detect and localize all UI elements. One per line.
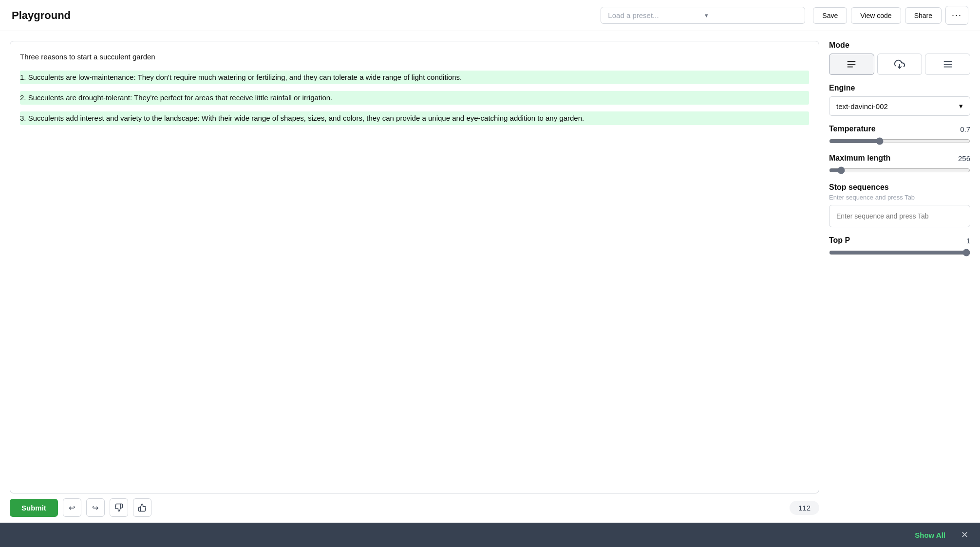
top-p-slider[interactable]	[829, 249, 970, 256]
save-button[interactable]: Save	[813, 7, 847, 24]
thumbs-up-button[interactable]	[133, 498, 151, 517]
undo-icon: ↩	[69, 503, 75, 512]
engine-label: Engine	[829, 84, 970, 92]
redo-button[interactable]: ↪	[86, 498, 105, 517]
header-actions: Save View code Share ···	[813, 6, 968, 25]
submit-button[interactable]: Submit	[10, 499, 58, 517]
stop-sequences-input[interactable]	[829, 205, 970, 227]
mode-complete-button[interactable]	[829, 54, 874, 75]
max-length-value: 256	[958, 154, 970, 163]
mode-label: Mode	[829, 41, 970, 50]
more-button[interactable]: ···	[945, 6, 968, 25]
share-button[interactable]: Share	[905, 7, 942, 24]
editor-box[interactable]: Three reasons to start a succulent garde…	[10, 41, 819, 493]
thumbs-down-button[interactable]	[110, 498, 128, 517]
bottom-bar: Show All ✕	[0, 523, 980, 547]
right-panel: Mode	[829, 41, 970, 523]
max-length-label: Maximum length	[829, 154, 890, 163]
completion-1: 1. Succulents are low-maintenance: They …	[20, 71, 809, 84]
thumbs-up-icon	[138, 503, 147, 512]
stop-sequences-hint: Enter sequence and press Tab	[829, 194, 970, 201]
max-length-slider[interactable]	[829, 166, 970, 174]
prompt-text: Three reasons to start a succulent garde…	[20, 51, 809, 63]
close-button[interactable]: ✕	[961, 529, 968, 540]
mode-section: Mode	[829, 41, 970, 75]
temperature-slider[interactable]	[829, 137, 970, 145]
top-p-value: 1	[966, 237, 970, 245]
max-length-section: Maximum length 256	[829, 154, 970, 174]
temperature-value: 0.7	[960, 125, 970, 133]
show-all-button[interactable]: Show All	[915, 531, 945, 539]
insert-mode-icon	[894, 59, 905, 70]
engine-section: Engine text-davinci-002 ▾	[829, 84, 970, 116]
complete-mode-icon	[846, 59, 857, 70]
token-count: 112	[790, 501, 819, 515]
edit-mode-icon	[942, 59, 953, 70]
engine-chevron-icon: ▾	[959, 102, 963, 110]
view-code-button[interactable]: View code	[851, 7, 901, 24]
mode-edit-button[interactable]	[925, 54, 970, 75]
completion-2: 2. Succulents are drought-tolerant: They…	[20, 91, 809, 105]
chevron-down-icon: ▾	[705, 12, 798, 19]
editor-area: Three reasons to start a succulent garde…	[10, 41, 819, 523]
preset-dropdown[interactable]: Load a preset... ▾	[601, 7, 805, 24]
undo-button[interactable]: ↩	[63, 498, 81, 517]
preset-placeholder: Load a preset...	[608, 11, 701, 19]
stop-sequences-section: Stop sequences Enter sequence and press …	[829, 183, 970, 227]
header: Playground Load a preset... ▾ Save View …	[0, 0, 980, 31]
engine-select[interactable]: text-davinci-002 ▾	[829, 96, 970, 116]
main-layout: Three reasons to start a succulent garde…	[0, 31, 980, 523]
thumbs-down-icon	[114, 503, 123, 512]
top-p-label: Top P	[829, 236, 850, 245]
page-title: Playground	[12, 9, 71, 22]
stop-sequences-label: Stop sequences	[829, 183, 970, 192]
top-p-section: Top P 1	[829, 236, 970, 256]
engine-value: text-davinci-002	[836, 102, 888, 110]
toolbar-bar: Submit ↩ ↪ 112	[10, 493, 819, 523]
completion-3: 3. Succulents add interest and variety t…	[20, 111, 809, 125]
temperature-label: Temperature	[829, 125, 876, 133]
mode-buttons	[829, 54, 970, 75]
mode-insert-button[interactable]	[877, 54, 923, 75]
redo-icon: ↪	[92, 503, 98, 512]
temperature-section: Temperature 0.7	[829, 125, 970, 145]
